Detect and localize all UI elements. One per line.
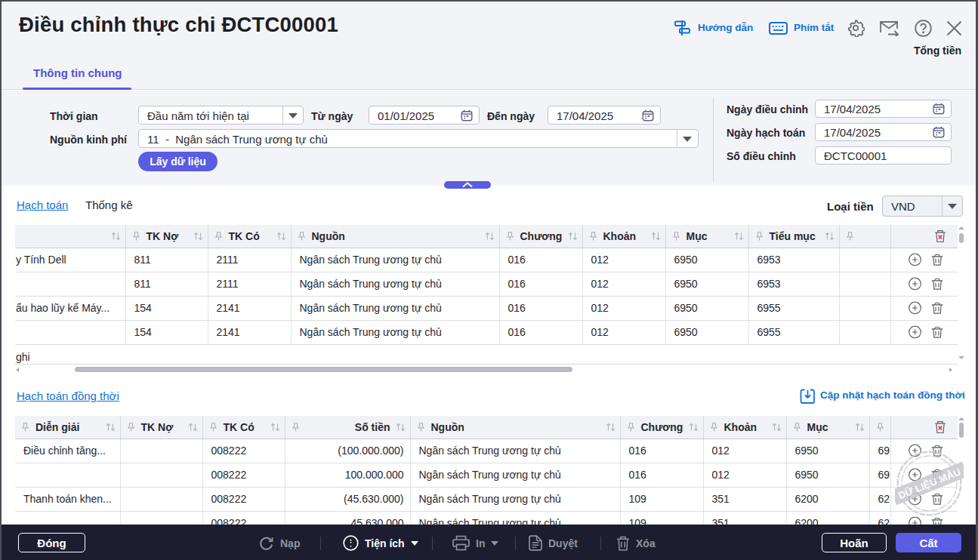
svg-text:DỮ LIỆU MẪU: DỮ LIỆU MẪU bbox=[896, 466, 962, 502]
